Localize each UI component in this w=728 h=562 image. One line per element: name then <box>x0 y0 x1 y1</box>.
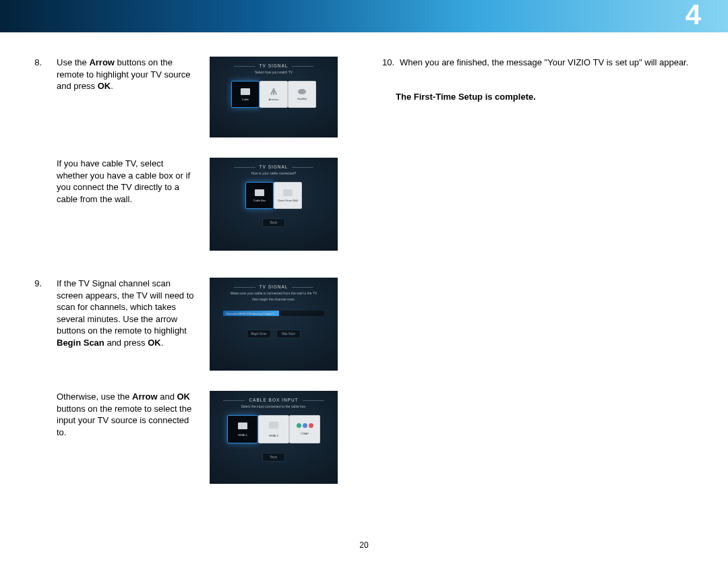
step-8-text: Use the Arrow buttons on the remote to h… <box>57 57 195 92</box>
otherwise-row: Otherwise, use the Arrow and OK buttons … <box>27 391 347 484</box>
shot-title: TV SIGNAL <box>210 57 338 68</box>
step-number: 8. <box>27 57 42 67</box>
tile-antenna: Antenna <box>260 81 288 108</box>
shot-subtitle: Select the input connected to the cable … <box>210 404 338 408</box>
screenshot-cable-box-input: CABLE BOX INPUT Select the input connect… <box>210 391 338 484</box>
shot-title: TV SIGNAL <box>210 278 338 289</box>
shot-title: TV SIGNAL <box>210 158 338 169</box>
step-10-row: 10. When you are finished, the message "… <box>381 57 701 69</box>
otherwise-text: Otherwise, use the Arrow and OK buttons … <box>57 391 195 438</box>
shot-sub1: Make sure your cable is connected from t… <box>210 291 338 295</box>
shot-sub2: then begin the channel scan. <box>210 297 338 301</box>
begin-scan-button: Begin Scan <box>247 330 271 338</box>
shot-subtitle: Select how you watch TV <box>210 70 338 74</box>
tile-comp: COMP <box>289 415 320 443</box>
step-number: 10. <box>381 57 394 67</box>
setup-complete-text: The First-Time Setup is complete. <box>396 92 701 102</box>
step-9-row: 9. If the TV Signal channel scan screen … <box>27 278 347 371</box>
tile-satellite: Satellite <box>288 81 316 108</box>
shot-tiles: Cable Antenna Satellite <box>210 81 338 108</box>
shot-tiles: HDMI-1 HDMI-2 COMP <box>210 415 338 443</box>
left-column: 8. Use the Arrow buttons on the remote t… <box>27 57 347 504</box>
scan-progress: Channels DETECTED Analog 0 Digital 0 <box>223 311 324 316</box>
tile-cable: Cable <box>231 81 260 108</box>
tile-cable-box: Cable Box <box>245 182 274 209</box>
chapter-number: 4 <box>686 0 701 31</box>
back-button: Back <box>262 453 285 462</box>
skip-scan-button: Skip Scan <box>276 330 301 338</box>
screenshot-tv-signal-source: TV SIGNAL Select how you watch TV Cable … <box>210 57 338 137</box>
cable-note-text: If you have cable TV, select whether you… <box>57 158 195 205</box>
shot-title: CABLE BOX INPUT <box>210 391 338 402</box>
step-8-row: 8. Use the Arrow buttons on the remote t… <box>27 57 347 137</box>
step-9-text: If the TV Signal channel scan screen app… <box>57 278 195 348</box>
shot-subtitle: How is your cable connected? <box>210 171 338 175</box>
tile-hdmi2: HDMI-2 <box>258 415 289 443</box>
screenshot-cable-connection: TV SIGNAL How is your cable connected? C… <box>210 158 338 251</box>
page-number: 20 <box>359 540 368 550</box>
screenshot-channel-scan: TV SIGNAL Make sure your cable is connec… <box>210 278 338 371</box>
header-bar: 4 <box>0 0 728 32</box>
page-content: 8. Use the Arrow buttons on the remote t… <box>0 32 728 504</box>
cable-note-row: If you have cable TV, select whether you… <box>27 158 347 251</box>
step-number: 9. <box>27 278 42 288</box>
tile-direct-wall: Direct From Wall <box>274 182 302 209</box>
scan-buttons: Begin Scan Skip Scan <box>210 330 338 338</box>
back-button: Back <box>262 218 285 227</box>
right-column: 10. When you are finished, the message "… <box>381 57 701 504</box>
step-10-text: When you are finished, the message "Your… <box>400 57 690 69</box>
shot-tiles: Cable Box Direct From Wall <box>210 182 338 209</box>
tile-hdmi1: HDMI-1 <box>227 415 258 443</box>
